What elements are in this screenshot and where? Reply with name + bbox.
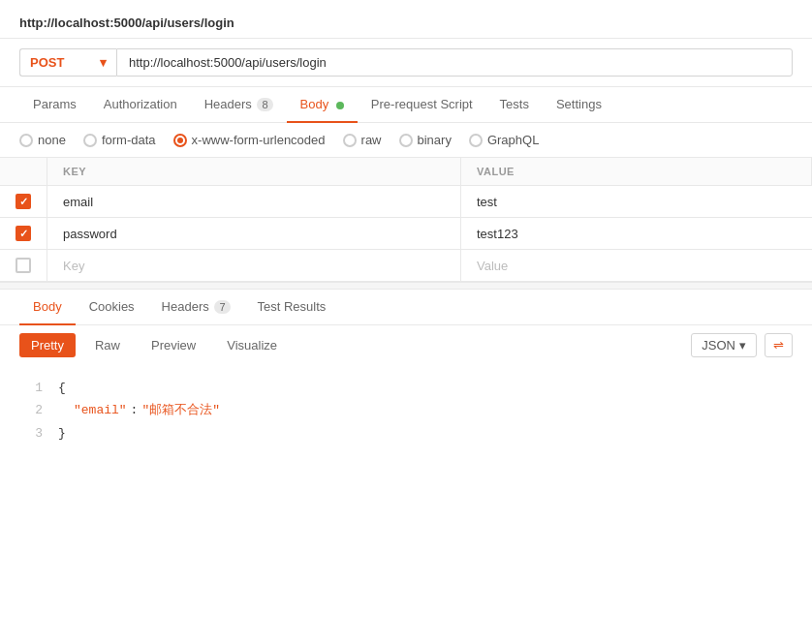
radio-binary[interactable]: binary — [399, 133, 452, 147]
response-tab-body[interactable]: Body — [19, 290, 76, 325]
url-input[interactable] — [116, 48, 793, 77]
url-bar-section: http://localhost:5000/api/users/login — [0, 0, 812, 39]
row-1-key[interactable]: email — [47, 186, 461, 218]
radio-none-label: none — [38, 133, 66, 147]
code-open-bracket: { — [58, 377, 66, 399]
radio-form-data[interactable]: form-data — [83, 133, 156, 147]
method-chevron: ▾ — [100, 55, 107, 70]
row-2-key[interactable]: password — [47, 218, 461, 250]
line-num-3: 3 — [19, 422, 43, 445]
tab-headers[interactable]: Headers 8 — [191, 87, 287, 123]
radio-none-circle — [19, 134, 33, 147]
tab-pre-request[interactable]: Pre-request Script — [358, 87, 486, 123]
wrap-button[interactable]: ⇌ — [765, 333, 793, 357]
response-headers-badge: 7 — [214, 300, 230, 314]
radio-binary-circle — [399, 134, 413, 147]
row-2-value[interactable]: test123 — [460, 218, 811, 250]
tab-params[interactable]: Params — [19, 87, 90, 123]
body-type-row: none form-data x-www-form-urlencoded raw… — [0, 123, 812, 158]
response-tab-headers[interactable]: Headers 7 — [148, 290, 244, 325]
row-2-checkbox-cell — [0, 218, 47, 250]
radio-none[interactable]: none — [19, 133, 66, 147]
code-line-2: 2 "email" : "邮箱不合法" — [19, 399, 793, 421]
radio-graphql-circle — [469, 134, 483, 147]
line-num-2: 2 — [19, 399, 43, 421]
radio-graphql-label: GraphQL — [487, 133, 539, 147]
row-1-checkbox-cell — [0, 186, 47, 218]
code-line-1: 1 { — [19, 377, 793, 399]
format-tab-pretty[interactable]: Pretty — [19, 333, 76, 357]
placeholder-key[interactable]: Key — [47, 250, 461, 282]
placeholder-checkbox[interactable] — [16, 258, 31, 273]
response-section: Body Cookies Headers 7 Test Results Pret… — [0, 290, 812, 456]
tab-tests[interactable]: Tests — [486, 87, 543, 123]
method-label: POST — [30, 55, 64, 70]
row-2-checkbox[interactable] — [16, 226, 31, 241]
page-url-title: http://localhost:5000/api/users/login — [19, 15, 234, 30]
json-format-select[interactable]: JSON ▾ — [691, 333, 757, 357]
table-row: email test — [0, 186, 812, 218]
json-format-chevron: ▾ — [739, 338, 746, 353]
line-num-1: 1 — [19, 377, 43, 399]
radio-graphql[interactable]: GraphQL — [469, 133, 539, 147]
response-json-area: 1 { 2 "email" : "邮箱不合法" 3 } — [0, 365, 812, 456]
tab-settings[interactable]: Settings — [543, 87, 615, 123]
tab-body[interactable]: Body — [287, 87, 358, 123]
json-format-label: JSON — [702, 338, 735, 353]
code-close-bracket: } — [58, 422, 66, 445]
request-tabs-row: Params Authorization Headers 8 Body Pre-… — [0, 87, 812, 123]
body-dot — [336, 102, 344, 109]
radio-raw-circle — [343, 134, 357, 147]
radio-urlencoded-circle — [173, 134, 187, 147]
format-tab-raw[interactable]: Raw — [83, 333, 132, 357]
radio-binary-label: binary — [418, 133, 452, 147]
placeholder-value[interactable]: Value — [460, 250, 811, 282]
method-url-row: POST ▾ — [0, 39, 812, 87]
code-line-3: 3 } — [19, 422, 793, 445]
radio-raw-label: raw — [361, 133, 382, 147]
th-key: KEY — [47, 158, 461, 186]
row-1-value[interactable]: test — [460, 186, 811, 218]
radio-form-data-circle — [83, 134, 97, 147]
placeholder-checkbox-cell — [0, 250, 47, 282]
method-select[interactable]: POST ▾ — [19, 48, 116, 77]
response-toolbar: Pretty Raw Preview Visualize JSON ▾ ⇌ — [0, 325, 812, 365]
section-divider — [0, 282, 812, 290]
table-row: password test123 — [0, 218, 812, 250]
code-email-key: "email" — [74, 399, 127, 421]
format-tab-preview[interactable]: Preview — [140, 333, 207, 357]
row-1-checkbox[interactable] — [16, 194, 31, 209]
table-row-placeholder: Key Value — [0, 250, 812, 282]
radio-raw[interactable]: raw — [343, 133, 382, 147]
response-tabs-row: Body Cookies Headers 7 Test Results — [0, 290, 812, 325]
code-email-value: "邮箱不合法" — [141, 399, 220, 421]
response-tab-cookies[interactable]: Cookies — [76, 290, 148, 325]
response-tab-test-results[interactable]: Test Results — [244, 290, 340, 325]
key-value-table: KEY VALUE email test password test123 Ke… — [0, 158, 812, 282]
th-checkbox — [0, 158, 47, 186]
th-value: VALUE — [460, 158, 811, 186]
tab-authorization[interactable]: Authorization — [90, 87, 191, 123]
radio-urlencoded-label: x-www-form-urlencoded — [192, 133, 326, 147]
format-tab-visualize[interactable]: Visualize — [215, 333, 289, 357]
code-colon: : — [131, 399, 139, 421]
radio-form-data-label: form-data — [102, 133, 156, 147]
headers-badge: 8 — [257, 98, 272, 111]
radio-urlencoded[interactable]: x-www-form-urlencoded — [173, 133, 326, 147]
